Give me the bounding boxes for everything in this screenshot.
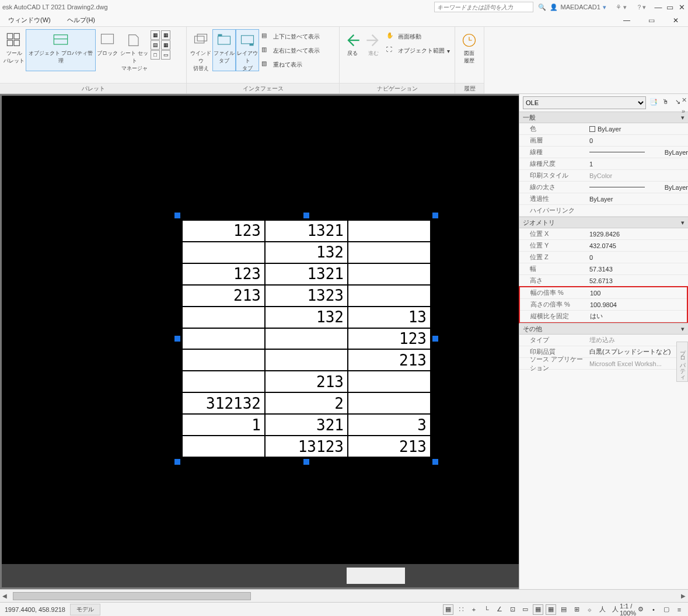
snap-icon[interactable]: ⸬ xyxy=(456,604,466,615)
block-icon xyxy=(99,32,116,48)
menu-help[interactable]: ヘルプ(H) xyxy=(67,16,95,25)
panel-label-nav: ナビゲーション xyxy=(340,83,455,93)
prop-height[interactable]: 高さ52.6713 xyxy=(519,275,688,287)
resize-handle-tm[interactable] xyxy=(303,213,309,218)
palette-small-3[interactable]: □ xyxy=(151,50,160,60)
section-geometry[interactable]: ジオメトリ▾ xyxy=(519,217,688,228)
bullet-icon[interactable]: • xyxy=(648,604,659,615)
cascade-button[interactable]: ▧重ねて表示 xyxy=(259,58,322,71)
tile-horizontal-button[interactable]: ▥左右に並べて表示 xyxy=(259,44,322,57)
trans-icon[interactable]: ▤ xyxy=(558,604,569,615)
grid-mode-icon[interactable]: ▦ xyxy=(443,604,453,615)
prop-color[interactable]: 色ByLayer xyxy=(519,123,688,135)
prop-ltscale[interactable]: 線種尺度1 xyxy=(519,158,688,170)
palette-small-4[interactable]: ▦ xyxy=(161,30,170,40)
prop-hyperlink[interactable]: ハイパーリンク xyxy=(519,205,688,217)
resize-handle-bl[interactable] xyxy=(174,459,180,465)
resize-handle-bm[interactable] xyxy=(303,459,309,465)
palette-small-1[interactable]: ▦ xyxy=(151,30,160,40)
person-icon[interactable]: 人 xyxy=(597,604,607,615)
forward-button[interactable]: 進む xyxy=(363,29,384,71)
palette-small-2[interactable]: ▤ xyxy=(151,40,160,50)
resize-handle-tr[interactable] xyxy=(432,213,438,218)
horizontal-scrollbar[interactable]: ◀ ▶ xyxy=(0,589,688,602)
properties-button[interactable]: オブジェクト プロパティ管理 xyxy=(26,29,96,71)
prop-linetype[interactable]: 線種ByLayer xyxy=(519,147,688,158)
ortho-icon[interactable]: └ xyxy=(481,604,492,615)
tool-palette-button[interactable]: ツール パレット xyxy=(2,29,26,71)
prop-layer[interactable]: 画層0 xyxy=(519,135,688,147)
customize-icon[interactable]: ≡ xyxy=(674,604,684,615)
history-button[interactable]: 図面 履歴 xyxy=(457,29,481,71)
zoom-extent-button[interactable]: ⛶オブジェクト範囲 ▾ xyxy=(384,44,452,57)
drawing-canvas[interactable]: 1231321132123132121313231321312321321331… xyxy=(0,94,519,589)
layout-tab-icon xyxy=(239,32,256,48)
file-tab-button[interactable]: ファイル タブ xyxy=(212,29,236,71)
lwt-icon[interactable]: ▦ xyxy=(546,604,556,615)
command-line[interactable] xyxy=(2,564,519,587)
sheetset-button[interactable]: シート セット マネージャ xyxy=(119,29,149,71)
scrollbar-thumb[interactable] xyxy=(13,592,251,600)
panel-pin-icon[interactable]: » xyxy=(682,107,687,114)
pick-icon[interactable]: 🖱 xyxy=(662,98,672,107)
palette-small-6[interactable]: ▭ xyxy=(161,50,170,60)
polar-icon[interactable]: ∠ xyxy=(494,604,505,615)
search-input[interactable] xyxy=(434,2,533,12)
back-button[interactable]: 戻る xyxy=(342,29,363,71)
window-switch-button[interactable]: ウインドウ 切替え xyxy=(189,29,212,71)
child-restore[interactable]: ▭ xyxy=(647,16,655,25)
prop-posy[interactable]: 位置 Y432.0745 xyxy=(519,240,688,252)
zoom-level[interactable]: 1:1 / 100% xyxy=(623,604,633,615)
svg-rect-10 xyxy=(218,34,222,37)
svg-rect-7 xyxy=(195,36,204,43)
prop-transparency[interactable]: 透過性ByLayer xyxy=(519,193,688,205)
am-icon[interactable]: ⟐ xyxy=(584,604,595,615)
gear-icon[interactable]: ⚙ xyxy=(635,604,646,615)
maximize-view-icon[interactable]: ▢ xyxy=(661,604,672,615)
block-button[interactable]: ブロック xyxy=(96,29,119,71)
maximize-button[interactable]: ▭ xyxy=(666,3,674,12)
help-icon[interactable]: ？▾ xyxy=(636,3,646,12)
sheetset-icon xyxy=(126,32,142,48)
pan-button[interactable]: ✋画面移動 xyxy=(384,30,452,43)
cycling-icon[interactable]: ⊞ xyxy=(571,604,582,615)
prop-lineweight[interactable]: 線の太さByLayer xyxy=(519,182,688,193)
add-icon[interactable]: + xyxy=(469,604,479,615)
panel-close-icon[interactable]: ✕ xyxy=(682,96,687,104)
search-icon[interactable]: 🔍 xyxy=(538,4,546,11)
panel-label-palette: パレット xyxy=(0,83,186,93)
tile-vertical-button[interactable]: ▤上下に並べて表示 xyxy=(259,30,322,43)
child-minimize[interactable]: — xyxy=(623,16,631,25)
prop-height-scale[interactable]: 高さの倍率 %100.9804 xyxy=(520,299,687,311)
resize-handle-mr[interactable] xyxy=(432,336,438,342)
share-icon[interactable]: ⚘ ▾ xyxy=(616,4,627,11)
otrack-icon[interactable]: ▭ xyxy=(520,604,530,615)
prop-posx[interactable]: 位置 X1929.8426 xyxy=(519,228,688,240)
prop-lock-aspect[interactable]: 縦横比を固定はい xyxy=(520,311,687,322)
child-close[interactable]: ✕ xyxy=(672,16,680,25)
user-account[interactable]: 👤 MAEDACAD1 ▾ xyxy=(550,4,606,11)
resize-handle-br[interactable] xyxy=(432,459,438,465)
close-button[interactable]: ✕ xyxy=(677,3,686,12)
menu-window[interactable]: ウィンドウ(W) xyxy=(8,16,51,25)
selection-type-select[interactable]: OLE xyxy=(523,96,646,109)
prop-posz[interactable]: 位置 Z0 xyxy=(519,252,688,263)
layout-tab-button[interactable]: レイアウト タブ xyxy=(236,29,259,71)
dyn-icon[interactable]: ▦ xyxy=(533,604,543,615)
minimize-button[interactable]: — xyxy=(654,3,662,12)
resize-handle-tl[interactable] xyxy=(174,213,180,218)
prop-width[interactable]: 幅57.3143 xyxy=(519,263,688,275)
palette-small-5[interactable]: ▦ xyxy=(161,40,170,50)
svg-rect-0 xyxy=(7,33,12,39)
quick-select-icon[interactable]: 📑 xyxy=(649,98,659,107)
prop-width-scale[interactable]: 幅の倍率 %100 xyxy=(520,287,687,299)
section-general[interactable]: 一般▾ xyxy=(519,112,688,123)
model-tab[interactable]: モデル xyxy=(70,604,100,615)
properties-tab-label[interactable]: プロパティ xyxy=(676,342,688,382)
ole-selection[interactable]: 1231321132123132121313231321312321321331… xyxy=(178,216,435,461)
section-other[interactable]: その他▾ xyxy=(519,323,688,335)
windows-icon xyxy=(193,32,209,48)
osnap-icon[interactable]: ⊡ xyxy=(507,604,518,615)
resize-handle-ml[interactable] xyxy=(174,336,180,342)
person2-icon[interactable]: 人 xyxy=(610,604,620,615)
